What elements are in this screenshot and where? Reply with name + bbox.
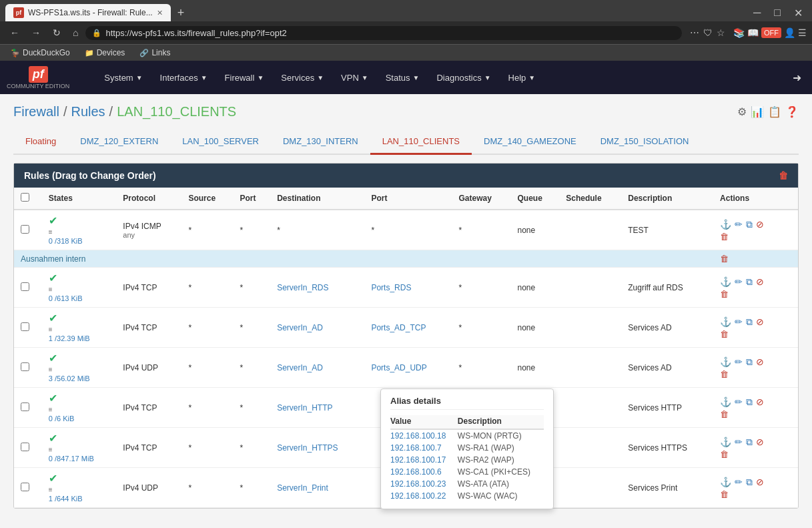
chart-icon[interactable]: 📊 — [751, 105, 764, 118]
breadcrumb-firewall[interactable]: Firewall — [13, 104, 59, 119]
section-delete-icon[interactable]: 🗑 — [720, 254, 729, 264]
nav-interfaces[interactable]: Interfaces ▼ — [152, 67, 216, 88]
select-all-checkbox[interactable] — [21, 193, 29, 202]
breadcrumb-rules[interactable]: Rules — [71, 104, 105, 119]
move-icon[interactable]: ⚓ — [720, 276, 731, 287]
sync-button[interactable]: 👤 — [784, 27, 795, 38]
row-checkbox[interactable] — [21, 282, 29, 291]
states-link[interactable]: 0 /847.17 MiB — [49, 455, 94, 463]
destination-link[interactable]: ServerIn_RDS — [277, 283, 328, 292]
disable-icon[interactable]: ⊘ — [756, 219, 764, 230]
bookmark-links[interactable]: 🔗 Links — [135, 47, 174, 59]
delete-icon[interactable]: 🗑 — [720, 289, 729, 299]
home-button[interactable]: ⌂ — [68, 25, 83, 40]
tab-dmz130[interactable]: DMZ_130_INTERN — [271, 129, 370, 155]
back-button[interactable]: ← — [5, 25, 24, 40]
nav-help[interactable]: Help ▼ — [500, 67, 544, 88]
copy-icon[interactable]: ⧉ — [746, 477, 753, 488]
delete-icon[interactable]: 🗑 — [720, 409, 729, 419]
states-link[interactable]: 1 /644 KiB — [49, 495, 83, 503]
list-icon[interactable]: 📋 — [768, 105, 781, 118]
new-tab-button[interactable]: + — [173, 6, 189, 20]
menu-button[interactable]: ☰ — [798, 27, 807, 38]
states-link[interactable]: 0 /6 KiB — [49, 415, 75, 423]
move-icon[interactable]: ⚓ — [720, 316, 731, 327]
bookmark-devices[interactable]: 📁 Devices — [81, 47, 129, 59]
bookmark-duckduckgo[interactable]: 🦆 DuckDuckGo — [7, 47, 74, 59]
edit-icon[interactable]: ✏ — [735, 356, 743, 367]
nav-status[interactable]: Status ▼ — [378, 67, 428, 88]
address-input[interactable] — [105, 28, 675, 38]
row-checkbox[interactable] — [21, 443, 29, 451]
nav-vpn[interactable]: VPN ▼ — [333, 67, 376, 88]
delete-icon[interactable]: 🗑 — [720, 369, 729, 379]
row-checkbox[interactable] — [21, 322, 29, 331]
library-button[interactable]: 📚 — [733, 27, 745, 38]
copy-icon[interactable]: ⧉ — [746, 397, 753, 408]
delete-all-icon[interactable]: 🗑 — [779, 170, 788, 181]
dst-port-link[interactable]: Ports_AD_TCP — [371, 323, 426, 332]
copy-icon[interactable]: ⧉ — [746, 437, 753, 448]
tab-lan110[interactable]: LAN_110_CLIENTS — [370, 129, 472, 155]
edit-icon[interactable]: ✏ — [735, 316, 743, 327]
browser-tab[interactable]: pf WS-PFS1a.ws.its - Firewall: Rule... ✕ — [5, 4, 171, 21]
copy-icon[interactable]: ⧉ — [746, 276, 753, 288]
destination-link[interactable]: ServerIn_HTTP — [277, 403, 332, 413]
move-icon[interactable]: ⚓ — [720, 219, 731, 230]
edit-icon[interactable]: ✏ — [735, 276, 743, 287]
extensions-button[interactable]: ⋯ — [690, 27, 699, 38]
maximize-button[interactable]: □ — [770, 5, 785, 20]
delete-icon[interactable]: 🗑 — [720, 489, 729, 499]
move-icon[interactable]: ⚓ — [720, 397, 731, 407]
states-link[interactable]: 0 /613 KiB — [49, 294, 83, 302]
destination-link[interactable]: ServerIn_HTTPS — [277, 443, 338, 453]
edit-icon[interactable]: ✏ — [735, 437, 743, 447]
tab-floating[interactable]: Floating — [13, 129, 68, 155]
disable-icon[interactable]: ⊘ — [756, 356, 764, 367]
disable-icon[interactable]: ⊘ — [756, 477, 764, 487]
row-checkbox[interactable] — [21, 362, 29, 371]
dst-port-link[interactable]: Ports_RDS — [371, 283, 411, 292]
row-checkbox[interactable] — [21, 483, 29, 491]
nav-diagnostics[interactable]: Diagnostics ▼ — [428, 67, 498, 88]
tab-dmz150[interactable]: DMZ_150_ISOLATION — [588, 129, 701, 155]
nav-firewall[interactable]: Firewall ▼ — [217, 67, 272, 88]
tab-lan100[interactable]: LAN_100_SERVER — [170, 129, 271, 155]
addon-button[interactable]: OFF — [761, 27, 781, 38]
tab-close-button[interactable]: ✕ — [157, 9, 163, 17]
nav-services[interactable]: Services ▼ — [273, 67, 332, 88]
nav-logout-button[interactable]: ➜ — [789, 67, 805, 88]
shield-icon[interactable]: 🛡 — [703, 27, 713, 38]
disable-icon[interactable]: ⊘ — [756, 437, 764, 447]
destination-link[interactable]: ServerIn_Print — [277, 483, 328, 493]
tab-dmz120[interactable]: DMZ_120_EXTERN — [68, 129, 170, 155]
destination-link[interactable]: ServerIn_AD — [277, 363, 323, 372]
copy-icon[interactable]: ⧉ — [746, 316, 753, 328]
row-checkbox[interactable] — [21, 225, 29, 234]
move-icon[interactable]: ⚓ — [720, 477, 731, 487]
close-window-button[interactable]: ✕ — [790, 5, 807, 21]
states-link[interactable]: 0 /318 KiB — [49, 237, 83, 245]
edit-icon[interactable]: ✏ — [735, 397, 743, 407]
row-checkbox[interactable] — [21, 403, 29, 411]
delete-icon[interactable]: 🗑 — [720, 232, 729, 242]
copy-icon[interactable]: ⧉ — [746, 219, 753, 230]
reload-button[interactable]: ↻ — [48, 25, 65, 40]
forward-button[interactable]: → — [27, 25, 45, 40]
bookmark-button[interactable]: ☆ — [717, 27, 725, 38]
tab-dmz140[interactable]: DMZ_140_GAMEZONE — [472, 129, 588, 155]
disable-icon[interactable]: ⊘ — [756, 276, 764, 287]
disable-icon[interactable]: ⊘ — [756, 397, 764, 407]
copy-icon[interactable]: ⧉ — [746, 356, 753, 368]
settings-icon[interactable]: ⚙ — [737, 105, 747, 118]
dst-port-link[interactable]: Ports_AD_UDP — [371, 363, 426, 372]
help-icon[interactable]: ❓ — [785, 105, 799, 118]
delete-icon[interactable]: 🗑 — [720, 329, 729, 339]
nav-system[interactable]: System ▼ — [96, 67, 150, 88]
disable-icon[interactable]: ⊘ — [756, 316, 764, 327]
destination-link[interactable]: ServerIn_AD — [277, 323, 323, 332]
edit-icon[interactable]: ✏ — [735, 219, 743, 230]
reader-button[interactable]: 📖 — [747, 27, 759, 38]
minimize-button[interactable]: ─ — [749, 5, 765, 20]
delete-icon[interactable]: 🗑 — [720, 449, 729, 459]
